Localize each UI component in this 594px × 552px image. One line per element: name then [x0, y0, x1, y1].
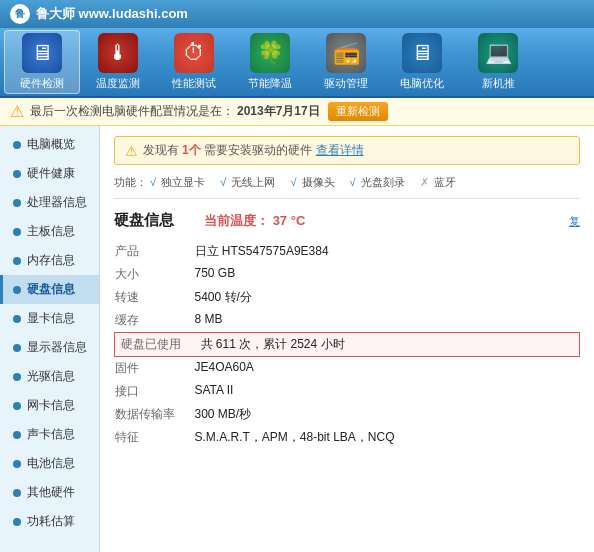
- content-area: ⚠ 发现有 1个 需要安装驱动的硬件 查看详情 功能： √ 独立显卡 √ 无线上…: [100, 126, 594, 552]
- toolbar-item-temperature[interactable]: 🌡 温度监测: [80, 30, 156, 94]
- title-bar: 鲁 鲁大师 www.ludashi.com: [0, 0, 594, 28]
- driver-icon: 📻: [326, 33, 366, 73]
- performance-icon: ⏱: [174, 33, 214, 73]
- toolbar-item-newpc[interactable]: 💻 新机推: [460, 30, 536, 94]
- sidebar-label-overview: 电脑概览: [27, 136, 75, 153]
- sidebar-item-disk[interactable]: 硬盘信息: [0, 275, 99, 304]
- sidebar-label-optical: 光驱信息: [27, 368, 75, 385]
- func-item-gpu: √ 独立显卡: [150, 176, 208, 188]
- sidebar-label-other: 其他硬件: [27, 484, 75, 501]
- disk-temp: 当前温度： 37 °C: [204, 212, 305, 230]
- sidebar-item-power[interactable]: 功耗估算: [0, 507, 99, 536]
- sidebar-item-health[interactable]: 硬件健康: [0, 159, 99, 188]
- disk-table-row: 产品日立 HTS547575A9E384: [115, 240, 580, 263]
- disk-table-row: 缓存8 MB: [115, 309, 580, 333]
- disk-row-value: 8 MB: [195, 309, 580, 333]
- sidebar-item-gpu[interactable]: 显卡信息: [0, 304, 99, 333]
- sidebar-item-cpu[interactable]: 处理器信息: [0, 188, 99, 217]
- cross-icon: ✗: [420, 176, 429, 188]
- func-label: 功能：: [114, 176, 147, 188]
- sidebar-label-cpu: 处理器信息: [27, 194, 87, 211]
- logo-icon: 鲁: [10, 4, 30, 24]
- sidebar-label-network: 网卡信息: [27, 397, 75, 414]
- main-layout: 电脑概览 硬件健康 处理器信息 主板信息 内存信息 硬盘信息 显卡信息 显示器: [0, 126, 594, 552]
- check-icon: √: [150, 176, 156, 188]
- disk-temp-value: 37 °C: [273, 213, 306, 228]
- sidebar-label-disk: 硬盘信息: [27, 281, 75, 298]
- func-name-bt: 蓝牙: [434, 176, 456, 188]
- alert-text2: 需要安装驱动的硬件: [204, 142, 312, 159]
- disk-row-label: 转速: [115, 286, 195, 309]
- sidebar-item-motherboard[interactable]: 主板信息: [0, 217, 99, 246]
- sidebar-label-power: 功耗估算: [27, 513, 75, 530]
- check-icon: √: [350, 176, 356, 188]
- copy-button[interactable]: 复: [569, 214, 580, 229]
- sidebar-item-sound[interactable]: 声卡信息: [0, 420, 99, 449]
- alert-warn-icon: ⚠: [125, 143, 138, 159]
- disk-row-label: 缓存: [115, 309, 195, 333]
- alert-text: 发现有: [143, 142, 179, 159]
- notification-text: 最后一次检测电脑硬件配置情况是在：: [30, 103, 234, 120]
- disk-row-value: S.M.A.R.T，APM，48-bit LBA，NCQ: [195, 426, 580, 449]
- func-name-optical: 光盘刻录: [361, 176, 405, 188]
- func-item-optical: √ 光盘刻录: [350, 176, 408, 188]
- sidebar-dot: [13, 344, 21, 352]
- disk-table-row: 特征S.M.A.R.T，APM，48-bit LBA，NCQ: [115, 426, 580, 449]
- alert-detail-link[interactable]: 查看详情: [316, 142, 364, 159]
- sidebar-label-health: 硬件健康: [27, 165, 75, 182]
- check-icon: √: [290, 176, 296, 188]
- sidebar-dot: [13, 170, 21, 178]
- sidebar-dot: [13, 402, 21, 410]
- sidebar-item-network[interactable]: 网卡信息: [0, 391, 99, 420]
- sidebar-label-battery: 电池信息: [27, 455, 75, 472]
- toolbar: 🖥 硬件检测 🌡 温度监测 ⏱ 性能测试 🍀 节能降温 📻 驱动管理 🖥 电脑优…: [0, 28, 594, 98]
- sidebar-item-other[interactable]: 其他硬件: [0, 478, 99, 507]
- sidebar-label-sound: 声卡信息: [27, 426, 75, 443]
- hardware-icon: 🖥: [22, 33, 62, 73]
- alert-count: 1个: [182, 142, 201, 159]
- alert-banner: ⚠ 发现有 1个 需要安装驱动的硬件 查看详情: [114, 136, 580, 165]
- sidebar-dot: [13, 373, 21, 381]
- sidebar-label-motherboard: 主板信息: [27, 223, 75, 240]
- sidebar-item-overview[interactable]: 电脑概览: [0, 130, 99, 159]
- toolbar-item-hardware[interactable]: 🖥 硬件检测: [4, 30, 80, 94]
- disk-table-row: 硬盘已使用共 611 次，累计 2524 小时: [115, 333, 580, 357]
- refresh-button[interactable]: 重新检测: [328, 102, 388, 121]
- toolbar-item-optimize[interactable]: 🖥 电脑优化: [384, 30, 460, 94]
- disk-row-value: 5400 转/分: [195, 286, 580, 309]
- toolbar-label-driver: 驱动管理: [324, 76, 368, 91]
- sidebar-item-memory[interactable]: 内存信息: [0, 246, 99, 275]
- check-icon: √: [220, 176, 226, 188]
- energy-icon: 🍀: [250, 33, 290, 73]
- notification-warn-icon: ⚠: [10, 102, 24, 121]
- func-item-wifi: √ 无线上网: [220, 176, 278, 188]
- sidebar-dot: [13, 315, 21, 323]
- disk-table-row: 大小750 GB: [115, 263, 580, 286]
- notification-date: 2013年7月17日: [237, 103, 320, 120]
- disk-row-label: 大小: [115, 263, 195, 286]
- disk-temp-label: 当前温度：: [204, 213, 269, 228]
- toolbar-item-energy[interactable]: 🍀 节能降温: [232, 30, 308, 94]
- sidebar-item-optical[interactable]: 光驱信息: [0, 362, 99, 391]
- toolbar-item-performance[interactable]: ⏱ 性能测试: [156, 30, 232, 94]
- sidebar-label-gpu: 显卡信息: [27, 310, 75, 327]
- disk-table-row: 接口SATA II: [115, 380, 580, 403]
- disk-row-label: 固件: [115, 357, 195, 381]
- disk-row-value: SATA II: [195, 380, 580, 403]
- sidebar-dot: [13, 518, 21, 526]
- sidebar-dot: [13, 489, 21, 497]
- function-bar: 功能： √ 独立显卡 √ 无线上网 √ 摄像头 √ 光盘刻录 ✗ 蓝牙: [114, 175, 580, 199]
- toolbar-label-energy: 节能降温: [248, 76, 292, 91]
- sidebar-item-battery[interactable]: 电池信息: [0, 449, 99, 478]
- sidebar-item-monitor[interactable]: 显示器信息: [0, 333, 99, 362]
- toolbar-item-driver[interactable]: 📻 驱动管理: [308, 30, 384, 94]
- disk-table-row: 固件JE4OA60A: [115, 357, 580, 381]
- sidebar-label-memory: 内存信息: [27, 252, 75, 269]
- disk-row-value: 日立 HTS547575A9E384: [195, 240, 580, 263]
- disk-row-label: 产品: [115, 240, 195, 263]
- disk-title: 硬盘信息: [114, 211, 174, 230]
- disk-row-label: 接口: [115, 380, 195, 403]
- disk-row-value: 共 611 次，累计 2524 小时: [195, 333, 580, 357]
- disk-row-value: JE4OA60A: [195, 357, 580, 381]
- disk-row-value: 300 MB/秒: [195, 403, 580, 426]
